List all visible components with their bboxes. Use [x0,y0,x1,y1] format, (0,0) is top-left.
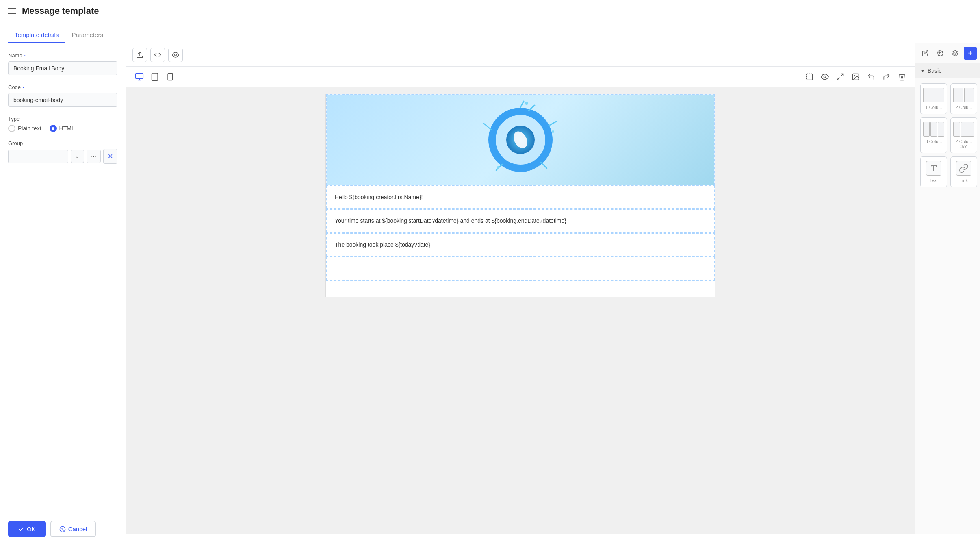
svg-line-12 [837,78,840,80]
image-button[interactable] [849,70,862,83]
layout-2col37-preview [953,122,974,137]
group-clear-button[interactable]: ✕ [103,149,117,164]
html-option[interactable]: HTML [50,125,75,132]
layout-1col[interactable]: 1 Colu... [920,83,947,114]
svg-point-24 [525,102,528,105]
device-buttons [132,70,177,84]
text-block-empty[interactable] [326,256,715,281]
name-field-group: Name · [8,52,117,75]
plain-text-radio[interactable] [8,125,15,132]
header: Message template [0,0,980,22]
layout-2col-37[interactable]: 2 Colu... 3/7 [950,117,977,153]
svg-point-1 [175,54,177,56]
canvas-area: Hello ${booking.creator.firstName}! Your… [126,87,915,534]
code-input[interactable] [8,93,117,107]
svg-line-30 [61,527,64,531]
fullscreen-button[interactable] [834,70,847,83]
main-content: Name · Code · Type · Plain text [0,43,980,534]
layers-icon-btn[interactable] [949,47,962,60]
svg-line-11 [841,74,843,76]
name-input[interactable] [8,61,117,75]
desktop-button[interactable] [132,70,146,84]
delete-button[interactable] [895,70,908,83]
type-label: Type · [8,115,117,122]
type-required-dot: · [21,115,23,122]
add-panel-btn[interactable]: + [964,47,977,60]
chevron-down-icon: ▼ [920,68,925,74]
email-canvas: Hello ${booking.creator.firstName}! Your… [325,94,715,297]
svg-point-26 [497,166,499,169]
layout-col [930,122,937,137]
name-required-dot: · [24,52,26,59]
type-field-group: Type · Plain text HTML [8,115,117,132]
layout-3col[interactable]: 3 Colu... [920,117,947,153]
link-label: Link [960,178,968,183]
svg-rect-7 [168,74,173,80]
eye-button[interactable] [818,70,831,83]
redo-button[interactable] [880,70,893,83]
right-panel-section-header: ▼ Basic [915,63,980,78]
mobile-button[interactable] [163,70,177,84]
cancel-button[interactable]: Cancel [50,521,96,534]
svg-point-25 [552,130,554,133]
plain-text-option[interactable]: Plain text [8,125,41,132]
page-title: Message template [22,6,99,16]
text-block-1[interactable]: Hello ${booking.creator.firstName}! [326,185,715,209]
right-panel-icons-row: + [915,43,980,63]
image-block[interactable] [326,94,715,185]
layout-2col[interactable]: 2 Colu... [950,83,977,114]
link-block-icon [956,161,971,176]
text-label: Text [930,178,938,183]
group-input-row: ⌄ ⋯ ✕ [8,149,117,164]
layout-2col-preview [953,88,974,102]
panel-section-title: Basic [928,67,975,74]
tab-parameters[interactable]: Parameters [65,27,110,43]
right-panel: + ▼ Basic 1 Colu... 2 Colu.. [915,43,980,534]
html-radio[interactable] [50,125,57,132]
layout-2col37-label: 2 Colu... 3/7 [953,139,974,149]
group-input[interactable] [8,150,68,163]
preview-button[interactable] [168,48,183,62]
left-panel: Name · Code · Type · Plain text [0,43,126,534]
undo-button[interactable] [865,70,878,83]
name-label: Name · [8,52,117,59]
pencil-icon-btn[interactable] [919,47,932,60]
link-component[interactable]: Link [950,156,977,187]
svg-line-18 [520,101,524,107]
ok-button[interactable]: OK [8,521,46,534]
layout-3col-label: 3 Colu... [926,139,942,144]
text-component[interactable]: T Text [920,156,947,187]
group-dots-button[interactable]: ⋯ [87,150,101,163]
code-button[interactable] [150,48,165,62]
type-options-row: Plain text HTML [8,125,117,132]
layout-1col-label: 1 Colu... [926,105,942,110]
upload-button[interactable] [132,48,147,62]
group-field-group: Group ⌄ ⋯ ✕ [8,140,117,164]
logo-image [480,99,561,180]
code-required-dot: · [22,83,24,91]
hamburger-icon[interactable] [8,8,16,14]
svg-rect-5 [152,73,158,80]
layout-col [953,88,963,102]
right-action-buttons [803,70,908,83]
text-block-3[interactable]: The booking took place ${today?date}. [326,233,715,256]
tablet-button[interactable] [148,70,162,84]
group-arrow-button[interactable]: ⌄ [71,150,84,163]
text-block-icon: T [926,161,941,176]
svg-line-20 [549,122,556,126]
settings-icon-btn[interactable] [934,47,947,60]
layout-col [923,88,944,102]
select-all-button[interactable] [803,70,816,83]
text-block-2[interactable]: Your time starts at ${booking.startDate?… [326,209,715,232]
tab-template-details[interactable]: Template details [8,27,65,43]
footer: OK Cancel [0,515,126,534]
svg-line-21 [484,124,491,130]
layout-col [938,122,944,137]
center-panel: Hello ${booking.creator.firstName}! Your… [126,43,915,534]
layout-1col-preview [923,88,944,102]
layout-col [964,88,974,102]
code-field-group: Code · [8,83,117,107]
tabs-bar: Template details Parameters [0,27,980,43]
svg-point-10 [824,76,826,78]
layout-3col-preview [923,122,944,137]
